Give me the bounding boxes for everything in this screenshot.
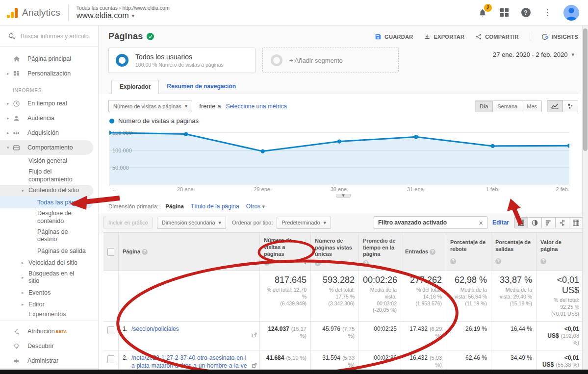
apps-grid-icon[interactable] (499, 7, 510, 18)
scrollbar-thumb[interactable] (583, 28, 588, 151)
metric-selector-dropdown[interactable]: Número de visitas a páginas ▾ (108, 100, 192, 112)
edit-filter-link[interactable]: Editar (492, 219, 509, 226)
sidebar-item-realtime[interactable]: ▸ En tiempo real (0, 96, 98, 111)
sidebar-item-landing-pages[interactable]: Páginas de destino (0, 227, 98, 245)
share-button[interactable]: COMPARTIR (475, 33, 519, 40)
select-metric-link[interactable]: Seleccione una métrica (226, 103, 287, 110)
external-link-icon[interactable] (252, 363, 257, 370)
data-table-view-button[interactable] (514, 217, 528, 228)
tab-explorer[interactable]: Explorador (111, 80, 159, 94)
analytics-logo[interactable]: Analytics (7, 4, 69, 21)
advanced-filter-chip[interactable]: Filtro avanzado activado × (374, 216, 487, 229)
dimension-page[interactable]: Página (165, 203, 184, 209)
external-link-icon[interactable] (252, 332, 257, 339)
help-icon[interactable]: ? (264, 260, 270, 266)
col-header-page[interactable]: Página (123, 249, 140, 255)
chart-point (337, 139, 341, 143)
sidebar-item-personalization[interactable]: ▸ Personalización (0, 66, 98, 81)
sidebar-search[interactable] (0, 25, 98, 47)
motion-chart-view-button[interactable] (563, 100, 578, 112)
help-icon[interactable]: ? (520, 7, 531, 18)
pageviews-pct: (15,17 %) (291, 326, 307, 339)
search-input[interactable] (21, 33, 89, 40)
page-value-pct: (55,38 %) (556, 362, 579, 368)
sidebar-item-site-content[interactable]: ▾ Contenido del sitio (0, 185, 93, 197)
export-button[interactable]: EXPORTAR (424, 33, 464, 40)
vertical-scrollbar[interactable] (582, 25, 588, 374)
breadcrumb: Todas las cuentas › http://www.eldia.com (77, 5, 170, 11)
col-header-avg-time[interactable]: Promedio de tiempo en la página (363, 238, 397, 258)
sidebar-item-home[interactable]: Página principal (0, 51, 98, 66)
col-header-exit-rate[interactable]: Porcentaje de salidas (495, 239, 532, 253)
help-icon[interactable]: ? (540, 258, 546, 264)
line-chart-view-button[interactable] (547, 100, 563, 112)
granularity-day-button[interactable]: Día (475, 100, 493, 112)
sort-type-dropdown[interactable]: Predeterminado ▾ (277, 217, 331, 229)
add-segment-button[interactable]: + Añadir segmento (262, 48, 399, 73)
total-pageviews: 817.645 (264, 275, 307, 285)
sidebar-item-overview[interactable]: Visión general (0, 155, 98, 167)
select-all-checkbox[interactable] (107, 248, 114, 256)
page-link[interactable]: /seccion/policiales (131, 325, 179, 346)
sidebar-item-admin[interactable]: Administrar (0, 353, 98, 368)
row-checkbox[interactable] (107, 326, 114, 334)
dimension-others-dropdown[interactable]: Otros ▾ (246, 203, 265, 210)
sidebar-item-publisher[interactable]: ▸ Editor (0, 299, 98, 310)
percentage-view-button[interactable] (528, 217, 542, 228)
sidebar-item-site-search[interactable]: ▸ Búsquedas en el sitio (0, 269, 98, 287)
chart-plot[interactable]: 50.000100.000150.000 (109, 127, 569, 185)
help-icon[interactable]: ? (495, 258, 501, 264)
granularity-week-button[interactable]: Semana (493, 100, 522, 112)
account-switcher[interactable]: Todas las cuentas › http://www.eldia.com… (77, 5, 170, 20)
chart-expander-handle[interactable]: ▾ (336, 194, 351, 198)
col-header-unique-pageviews[interactable]: Número de páginas vistas únicas (315, 238, 355, 258)
sidebar-item-exit-pages[interactable]: Páginas de salida (0, 245, 98, 257)
entrances-pct: (6,29 %) (430, 326, 442, 339)
col-header-entrances[interactable]: Entradas (405, 249, 428, 255)
sidebar-item-events[interactable]: ▸ Eventos (0, 287, 98, 299)
timeseries-chart: Número de visitas a páginas 50.000100.00… (99, 115, 588, 198)
insights-button[interactable]: INSIGHTS (541, 33, 578, 41)
caret-right-icon: ▸ (7, 101, 13, 106)
col-header-pageviews[interactable]: Número de visitas a páginas (264, 237, 307, 257)
sidebar-item-behavior-flow[interactable]: Flujo del comportamiento (0, 167, 98, 185)
col-header-page-value[interactable]: Valor de página (540, 239, 579, 253)
sidebar-item-audience[interactable]: ▸ Audiencia (0, 111, 98, 125)
date-range-picker[interactable]: 27 ene. 2020 - 2 feb. 2020 ▾ (493, 51, 574, 58)
pivot-view-button[interactable] (569, 217, 583, 228)
sidebar-item-all-pages[interactable]: Todas las páginas (0, 197, 93, 208)
more-options-icon[interactable]: ⋮ (542, 7, 553, 18)
tab-navigation-summary[interactable]: Resumen de navegación (159, 80, 244, 94)
sidebar-item-attribution[interactable]: Atribución BETA (0, 324, 98, 339)
plot-rows-button[interactable]: Incluir en gráfico (103, 217, 153, 228)
sidebar-item-discover[interactable]: Descubrir (0, 339, 98, 353)
segment-all-users[interactable]: Todos los usuarios 100,00 % Número de vi… (108, 48, 256, 73)
help-icon[interactable]: ? (315, 260, 321, 266)
help-icon[interactable]: ? (450, 258, 456, 264)
help-icon[interactable]: ? (142, 249, 148, 255)
sidebar-item-site-speed[interactable]: ▸ Velocidad del sitio (0, 257, 98, 269)
sidebar-item-behavior[interactable]: ▾ Comportamiento (0, 140, 93, 155)
table-totals-row: 817.645% del total: 12,70 % (6.439.949) … (103, 271, 583, 322)
save-button[interactable]: GUARDAR (375, 33, 413, 40)
sidebar-item-content-drilldown[interactable]: Desglose de contenido (0, 208, 98, 226)
caret-right-icon: ▸ (22, 275, 27, 280)
notifications-bell-icon[interactable]: 2 (477, 7, 488, 18)
chart-point (491, 144, 495, 148)
performance-view-button[interactable] (542, 217, 556, 228)
comparison-view-button[interactable] (556, 217, 569, 228)
sort-desc-icon[interactable]: ↓ (304, 259, 307, 266)
help-icon[interactable]: ? (430, 249, 435, 255)
secondary-dimension-dropdown[interactable]: Dimensión secundaria ▾ (157, 217, 226, 229)
sidebar-item-acquisition[interactable]: ▸ Adquisición (0, 125, 98, 140)
granularity-month-button[interactable]: Mes (522, 100, 542, 112)
versus-label: frente a (199, 102, 221, 110)
col-header-bounce-rate[interactable]: Porcentaje de rebote (450, 239, 487, 253)
clear-filter-icon[interactable]: × (479, 219, 483, 227)
help-icon[interactable]: ? (363, 260, 369, 266)
dimension-page-title[interactable]: Título de la página (191, 203, 239, 210)
user-avatar[interactable] (563, 5, 579, 21)
caret-down-icon: ▾ (7, 145, 13, 150)
sidebar-item-experiments[interactable]: Experimentos (0, 310, 98, 318)
row-checkbox[interactable] (107, 355, 114, 363)
